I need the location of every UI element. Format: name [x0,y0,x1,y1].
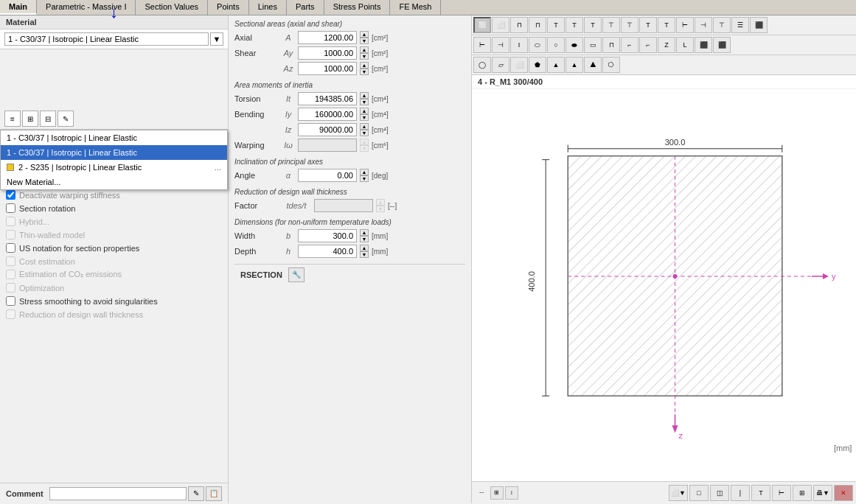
mat-btn-1[interactable]: ≡ [4,111,21,127]
axial-down[interactable]: ▼ [360,38,369,44]
torsion-input[interactable] [298,92,357,105]
torsion-down[interactable]: ▼ [360,99,369,105]
bending-iy-up[interactable]: ▲ [360,108,369,114]
view2-btn-9[interactable]: ⌐ [621,37,638,53]
shear-ay-down[interactable]: ▼ [360,53,369,60]
view-btn-13[interactable]: ⊣ [695,17,712,33]
comment-btn-file[interactable]: 📋 [206,486,222,501]
view2-btn-13[interactable]: ⬛ [695,37,712,53]
view-btn-1[interactable]: ⬜ [473,17,491,33]
comment-input[interactable] [49,487,187,500]
axial-up[interactable]: ▲ [360,31,369,38]
bending-iz-input[interactable] [298,123,357,136]
rb-btn-2[interactable]: ↕ [505,486,518,500]
mat-btn-4[interactable]: ✎ [58,111,74,127]
tab-parametric[interactable]: Parametric - Massive I [37,0,136,15]
view2-btn-5[interactable]: ○ [547,37,565,53]
width-down[interactable]: ▼ [360,236,369,242]
dropdown-item-1[interactable]: 1 - C30/37 | Isotropic | Linear Elastic [1,130,227,145]
shear-az-down[interactable]: ▼ [360,69,369,75]
view-mode-btn-9[interactable]: ✕ [834,485,853,501]
view2-btn-11[interactable]: Z [658,37,675,53]
bending-iy-input[interactable] [298,108,357,121]
shear-ay-input[interactable] [298,46,357,60]
opt-section-rotation-checkbox[interactable] [6,203,15,213]
opt-cost-estimation-checkbox[interactable] [6,256,15,266]
view3-btn-4[interactable]: ⬟ [529,57,546,73]
tab-lines[interactable]: Lines [249,0,287,15]
view2-btn-6[interactable]: ⬬ [566,37,583,53]
view3-btn-8[interactable]: ⭔ [602,57,620,73]
view-btn-15[interactable]: ☰ [731,17,749,33]
view-btn-16[interactable]: ⬛ [750,17,768,33]
tab-section-values[interactable]: Section Values [136,0,208,15]
angle-up[interactable]: ▲ [360,169,369,175]
view-mode-btn-2[interactable]: □ [689,485,709,501]
opt-thin-walled-checkbox[interactable] [6,230,15,239]
opt-optimization-checkbox[interactable] [6,283,15,293]
dropdown-item-1-selected[interactable]: 1 - C30/37 | Isotropic | Linear Elastic [1,145,227,160]
material-dropdown-arrow[interactable]: ▼ [210,32,223,46]
view2-btn-10[interactable]: ⌐ [639,37,657,53]
rb-btn-1[interactable]: ⊞ [490,486,504,500]
depth-down[interactable]: ▼ [360,251,369,258]
shear-az-up[interactable]: ▲ [360,62,369,69]
view2-btn-2[interactable]: ⊣ [492,37,509,53]
view-btn-7[interactable]: T [584,17,602,33]
view-btn-2[interactable]: ⬜ [492,17,509,33]
view-mode-btn-3[interactable]: ◫ [710,485,729,501]
depth-up[interactable]: ▲ [360,245,369,251]
opt-co2-checkbox[interactable] [6,270,15,279]
angle-down[interactable]: ▼ [360,175,369,182]
opt-us-notation-checkbox[interactable] [6,243,15,253]
bending-iy-down[interactable]: ▼ [360,114,369,121]
view-btn-3[interactable]: ⊓ [510,17,528,33]
view-btn-11[interactable]: T [658,17,675,33]
view3-btn-6[interactable]: ▲ [566,57,583,73]
view2-btn-14[interactable]: ⬛ [713,37,731,53]
view2-btn-7[interactable]: ▭ [584,37,602,53]
view-btn-5[interactable]: T [547,17,565,33]
view2-btn-1[interactable]: ⊢ [473,37,491,53]
view-btn-9[interactable]: ⊤ [621,17,638,33]
opt-reduction-wall-checkbox[interactable] [6,309,15,319]
mat-btn-2[interactable]: ⊞ [22,111,38,127]
rsection-btn[interactable]: 🔧 [288,267,305,282]
view-btn-10[interactable]: T [639,17,657,33]
mat-btn-3[interactable]: ⊟ [40,111,56,127]
tab-fe-mesh[interactable]: FE Mesh [390,0,441,15]
view3-btn-1[interactable]: ◯ [473,57,491,73]
view-mode-btn-5[interactable]: T [751,485,770,501]
more-button[interactable]: ... [215,163,221,172]
tab-points[interactable]: Points [208,0,249,15]
view-mode-btn-6[interactable]: ⊢ [772,485,791,501]
opt-hybrid-checkbox[interactable] [6,217,15,226]
dropdown-item-2[interactable]: 2 - S235 | Isotropic | Linear Elastic ..… [1,160,227,175]
bending-iz-up[interactable]: ▲ [360,123,369,130]
view-btn-14[interactable]: ⊤ [713,17,731,33]
axial-input[interactable] [298,31,357,44]
opt-stress-smoothing-checkbox[interactable] [6,296,15,306]
view3-btn-2[interactable]: ▱ [492,57,509,73]
tab-stress-points[interactable]: Stress Points [324,0,391,15]
shear-ay-up[interactable]: ▲ [360,46,369,53]
bending-iz-down[interactable]: ▼ [360,130,369,136]
view2-btn-4[interactable]: ⬭ [529,37,546,53]
tab-parts[interactable]: Parts [287,0,324,15]
angle-input[interactable] [298,169,357,182]
view3-btn-7[interactable]: ⯅ [584,57,602,73]
view-btn-12[interactable]: ⊢ [676,17,694,33]
tab-main[interactable]: Main [0,0,37,15]
material-selected-display[interactable]: 1 - C30/37 | Isotropic | Linear Elastic [4,32,209,46]
view-mode-btn-4[interactable]: | [731,485,750,501]
width-input[interactable] [298,229,357,242]
view-btn-8[interactable]: ⊤ [602,17,620,33]
width-up[interactable]: ▲ [360,229,369,236]
view-mode-btn-8[interactable]: 🖶▼ [813,485,832,501]
comment-btn-edit[interactable]: ✎ [188,486,204,501]
dropdown-item-new[interactable]: New Material... [1,175,227,189]
depth-input[interactable] [298,245,357,258]
view2-btn-3[interactable]: I [510,37,528,53]
view-mode-btn-1[interactable]: ⬜▼ [669,485,688,501]
view-btn-6[interactable]: T [566,17,583,33]
